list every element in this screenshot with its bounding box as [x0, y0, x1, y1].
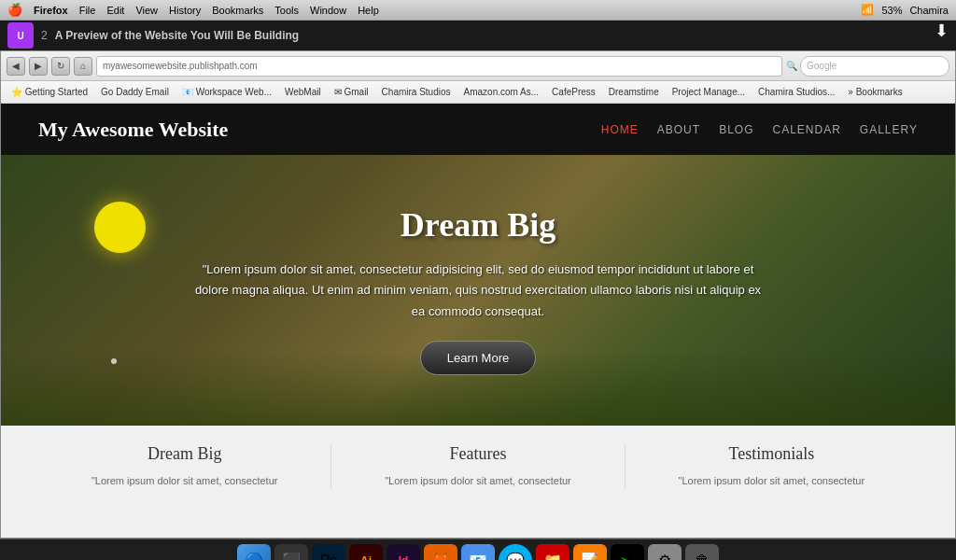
- apple-icon[interactable]: 🍎: [7, 3, 22, 17]
- browser-window: ◀ ▶ ↻ ⌂ myawesomewebsite.publishpath.com…: [0, 50, 956, 539]
- nav-about[interactable]: ABOUT: [657, 123, 700, 136]
- bookmark-amazon[interactable]: Amazon.com As...: [459, 85, 544, 99]
- search-icon: 🔍: [786, 61, 797, 71]
- features-title: Features: [350, 444, 605, 464]
- dream-big-text: "Lorem ipsum dolor sit amet, consectetur: [57, 473, 312, 489]
- help-menu[interactable]: Help: [358, 5, 379, 16]
- dream-big-title: Dream Big: [57, 444, 312, 464]
- edit-menu[interactable]: Edit: [106, 5, 124, 16]
- lesson-title: A Preview of the Website You Will Be Bui…: [55, 29, 299, 42]
- cursor-indicator: [111, 358, 117, 364]
- dock-mail[interactable]: 📧: [461, 544, 495, 561]
- dock-terminal[interactable]: >_: [611, 544, 644, 561]
- bookmark-cafepress[interactable]: CafePress: [547, 85, 600, 99]
- history-menu[interactable]: History: [169, 5, 201, 16]
- user-name: Chamira: [909, 5, 949, 16]
- bookmark-chamira2[interactable]: Chamira Studios...: [753, 85, 839, 99]
- search-bar[interactable]: Google: [800, 56, 949, 77]
- site-nav-links: HOME ABOUT BLOG CALENDAR GALLERY: [601, 123, 918, 136]
- site-logo: My Awesome Website: [38, 118, 228, 142]
- dock-skype[interactable]: 💬: [499, 544, 532, 561]
- hero-title: Dream Big: [401, 205, 555, 245]
- dock-photoshop[interactable]: Ps: [312, 544, 345, 561]
- search-placeholder: Google: [807, 61, 836, 71]
- testimonials-text: "Lorem ipsum dolor sit amet, consectetur: [644, 473, 899, 489]
- dock-sublime[interactable]: 📝: [573, 544, 607, 561]
- address-bar[interactable]: myawesomewebsite.publishpath.com: [96, 56, 782, 77]
- bookmark-chamira-studios[interactable]: Chamira Studios: [377, 85, 456, 99]
- window-menu[interactable]: Window: [310, 5, 346, 16]
- bookmark-gmail[interactable]: ✉ Gmail: [330, 85, 373, 99]
- tools-menu[interactable]: Tools: [274, 5, 299, 16]
- back-button[interactable]: ◀: [7, 57, 25, 76]
- search-area: 🔍 Google: [786, 56, 949, 77]
- bookmark-webmail[interactable]: WebMail: [280, 85, 326, 99]
- mac-topbar-left: 🍎 Firefox File Edit View History Bookmar…: [7, 3, 379, 17]
- nav-blog[interactable]: BLOG: [719, 123, 753, 136]
- site-nav: My Awesome Website HOME ABOUT BLOG CALEN…: [1, 104, 955, 155]
- dock-filezilla[interactable]: 📁: [536, 544, 569, 561]
- website-frame: My Awesome Website HOME ABOUT BLOG CALEN…: [1, 104, 955, 538]
- bookmarks-bar: ⭐ Getting Started Go Daddy Email 📧 Works…: [1, 81, 955, 104]
- mac-topbar-right: 📶 53% Chamira: [861, 4, 949, 16]
- bottom-col-features: Features "Lorem ipsum dolor sit amet, co…: [331, 444, 625, 489]
- view-menu[interactable]: View: [135, 5, 158, 16]
- dock-firefox[interactable]: 🦊: [424, 544, 457, 561]
- dock-trash[interactable]: 🗑: [685, 544, 719, 561]
- dock-system-prefs[interactable]: ⚙: [648, 544, 682, 561]
- hero-body-text: "Lorem ipsum dolor sit amet, consectetur…: [188, 259, 768, 321]
- firefox-menu[interactable]: Firefox: [34, 5, 68, 16]
- bookmark-getting-started[interactable]: ⭐ Getting Started: [7, 85, 92, 99]
- bottom-col-testimonials: Testimonials "Lorem ipsum dolor sit amet…: [626, 444, 918, 489]
- battery-indicator: 53%: [881, 5, 902, 16]
- dock-mission-control[interactable]: ⬛: [274, 544, 308, 561]
- mac-topbar: 🍎 Firefox File Edit View History Bookmar…: [0, 0, 956, 21]
- nav-calendar[interactable]: CALENDAR: [772, 123, 840, 136]
- features-text: "Lorem ipsum dolor sit amet, consectetur: [350, 473, 605, 489]
- dock-indesign[interactable]: Id: [387, 544, 420, 561]
- testimonials-title: Testimonials: [644, 444, 899, 464]
- browser-navbar: ◀ ▶ ↻ ⌂ myawesomewebsite.publishpath.com…: [1, 51, 955, 81]
- bookmark-more[interactable]: » Bookmarks: [843, 85, 907, 99]
- nav-home[interactable]: HOME: [601, 123, 639, 136]
- bottom-section: Dream Big "Lorem ipsum dolor sit amet, c…: [1, 426, 955, 538]
- bookmark-godaddy[interactable]: Go Daddy Email: [96, 85, 174, 99]
- bookmark-dreamstime[interactable]: Dreamstime: [604, 85, 664, 99]
- file-menu[interactable]: File: [79, 5, 96, 16]
- mac-dock: 🔵 ⬛ Ps Ai Id 🦊 📧 💬 📁 📝 >_ ⚙ 🗑: [0, 539, 956, 560]
- home-button[interactable]: ⌂: [74, 57, 92, 76]
- bottom-col-dream-big: Dream Big "Lorem ipsum dolor sit amet, c…: [38, 444, 331, 489]
- bookmark-project-manage[interactable]: Project Manage...: [668, 85, 750, 99]
- bookmarks-menu[interactable]: Bookmarks: [212, 5, 263, 16]
- dock-finder[interactable]: 🔵: [237, 544, 271, 561]
- nav-gallery[interactable]: GALLERY: [860, 123, 918, 136]
- dock-illustrator[interactable]: Ai: [349, 544, 383, 561]
- address-text: myawesomewebsite.publishpath.com: [103, 61, 258, 71]
- forward-button[interactable]: ▶: [29, 57, 48, 76]
- udemy-logo: U: [7, 22, 34, 49]
- download-button[interactable]: ⬇: [935, 21, 949, 41]
- hero-content: Dream Big "Lorem ipsum dolor sit amet, c…: [1, 155, 955, 426]
- refresh-button[interactable]: ↻: [51, 57, 70, 76]
- lesson-number: 2: [41, 29, 48, 42]
- hero-cta-button[interactable]: Learn More: [420, 341, 536, 375]
- bookmark-workspace[interactable]: 📧 Workspace Web...: [177, 85, 276, 99]
- udemy-bar: U 2 A Preview of the Website You Will Be…: [0, 21, 956, 50]
- hero-section: Dream Big "Lorem ipsum dolor sit amet, c…: [1, 155, 955, 426]
- wifi-icon: 📶: [861, 4, 874, 16]
